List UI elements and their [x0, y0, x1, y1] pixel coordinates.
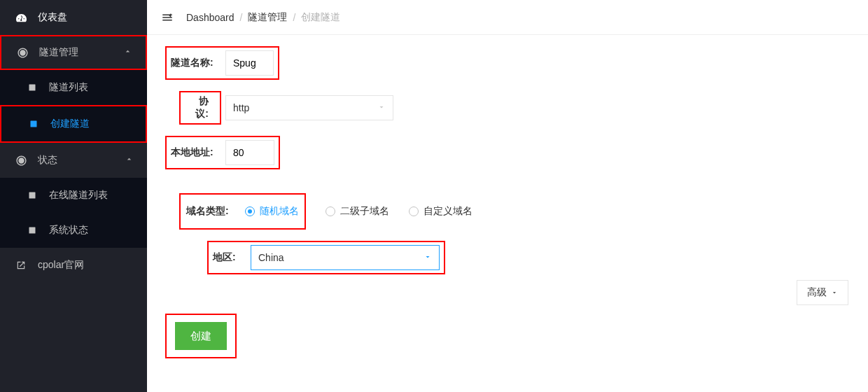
label-region: 地区: — [213, 245, 246, 270]
sidebar-sub-online-tunnels[interactable]: 在线隧道列表 — [0, 178, 147, 213]
breadcrumb-item[interactable]: Dashboard — [186, 12, 234, 23]
protocol-select-value: http — [233, 102, 249, 113]
svg-rect-1 — [31, 121, 37, 127]
sidebar-sub-create-tunnel[interactable]: 创建隧道 — [1, 106, 146, 141]
grid-icon — [28, 226, 41, 234]
highlight-region: 地区: China — [207, 241, 445, 274]
radio-label: 二级子域名 — [340, 205, 389, 218]
advanced-button[interactable]: 高级 — [797, 280, 848, 305]
label-domain-type: 域名类型: — [186, 199, 239, 224]
radio-icon — [245, 206, 255, 216]
sidebar-item-label: 在线隧道列表 — [49, 189, 108, 202]
tunnel-name-input[interactable] — [225, 50, 274, 76]
chevron-up-icon — [124, 48, 132, 57]
highlight-tunnel-name: 隧道名称: — [165, 46, 279, 80]
content: 隧道名称: 协议: http 本地地址: — [147, 35, 868, 392]
radio-label: 自定义域名 — [424, 205, 472, 218]
target-icon — [15, 48, 29, 58]
chevron-up-icon — [125, 155, 133, 165]
external-link-icon — [14, 260, 28, 270]
label-protocol: 协议: — [186, 95, 214, 120]
protocol-select[interactable]: http — [225, 95, 393, 120]
chevron-down-icon — [424, 253, 432, 263]
highlight-create: 创建 — [165, 314, 237, 358]
svg-rect-2 — [29, 192, 36, 199]
breadcrumb-item[interactable]: 隧道管理 — [248, 11, 287, 24]
sidebar-item-tunnel-manage[interactable]: 隧道管理 — [0, 35, 147, 70]
highlight-protocol: 协议: — [179, 91, 221, 125]
chevron-down-icon — [377, 103, 386, 113]
sidebar-item-label: 仪表盘 — [38, 11, 133, 24]
sidebar-item-label: cpolar官网 — [38, 259, 133, 272]
sidebar-item-status[interactable]: 状态 — [0, 143, 147, 178]
sidebar-sub-system-status[interactable]: 系统状态 — [0, 213, 147, 248]
sidebar-item-label: 状态 — [38, 154, 125, 167]
radio-domain-random[interactable]: 随机域名 — [245, 205, 299, 218]
label-local-addr: 本地地址: — [171, 140, 221, 165]
menu-fold-icon[interactable] — [161, 11, 174, 24]
grid-icon — [28, 83, 41, 92]
highlight-local-addr: 本地地址: — [165, 136, 280, 169]
sidebar-item-label: 隧道管理 — [39, 46, 124, 59]
region-select-value: China — [258, 252, 284, 263]
create-button[interactable]: 创建 — [175, 322, 227, 350]
highlight-domain-type: 域名类型: 随机域名 — [179, 193, 306, 230]
local-addr-input[interactable] — [225, 140, 274, 165]
radio-icon — [409, 206, 419, 216]
breadcrumb-sep: / — [240, 12, 243, 23]
grid-icon — [28, 191, 41, 200]
region-select[interactable]: China — [251, 245, 440, 270]
radio-domain-subdomain[interactable]: 二级子域名 — [326, 205, 389, 218]
sidebar: 仪表盘 隧道管理 隧道列表 创建隧道 — [0, 0, 147, 392]
sidebar-item-cpolar-site[interactable]: cpolar官网 — [0, 248, 147, 283]
sidebar-item-label: 创建隧道 — [50, 118, 90, 130]
svg-rect-3 — [29, 227, 36, 234]
radio-label: 随机域名 — [260, 205, 299, 218]
gauge-icon — [14, 13, 28, 23]
radio-domain-custom[interactable]: 自定义域名 — [409, 205, 472, 218]
sidebar-item-label: 隧道列表 — [49, 81, 88, 94]
grid-icon — [29, 120, 42, 128]
advanced-label: 高级 — [807, 286, 827, 299]
sidebar-item-dashboard[interactable]: 仪表盘 — [0, 0, 147, 35]
sidebar-sub-tunnel-list[interactable]: 隧道列表 — [0, 70, 147, 105]
breadcrumb-item-current: 创建隧道 — [301, 11, 340, 24]
radio-icon — [326, 206, 335, 216]
topbar: Dashboard / 隧道管理 / 创建隧道 — [147, 0, 868, 35]
target-icon — [14, 155, 28, 166]
main: Dashboard / 隧道管理 / 创建隧道 隧道名称: 协议: http — [147, 0, 868, 392]
svg-rect-0 — [29, 85, 36, 91]
sidebar-item-label: 系统状态 — [49, 224, 88, 237]
breadcrumb-sep: / — [293, 12, 295, 23]
caret-down-icon — [831, 287, 838, 298]
label-tunnel-name: 隧道名称: — [171, 50, 221, 76]
